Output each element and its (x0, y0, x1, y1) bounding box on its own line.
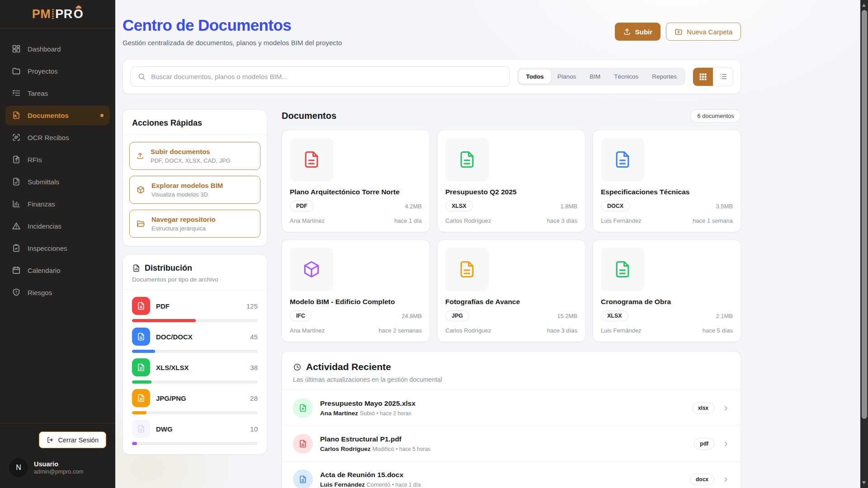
filter-tab-planos[interactable]: Planos (551, 70, 583, 84)
document-card[interactable]: Fotografías de Avance JPG 15.2MB Carlos … (437, 239, 585, 342)
activity-item[interactable]: Acta de Reunión 15.docx Luis Fernández C… (282, 461, 741, 488)
document-time: hace 5 días (703, 327, 733, 334)
document-time: hace 3 días (547, 327, 577, 334)
sidebar-item-rfis[interactable]: RFIs (5, 150, 110, 169)
quick-action-cube[interactable]: Explorar modelos BIM Visualiza modelos 3… (129, 176, 260, 204)
dashboard-icon (12, 44, 21, 54)
scrollbar-up-arrow[interactable] (862, 4, 866, 7)
recent-activity-card: Actividad Reciente Las últimas actualiza… (282, 351, 741, 488)
shield-alert-icon (12, 288, 21, 297)
folder-plus-icon (675, 28, 683, 36)
documents-count-badge: 6 documentos (690, 109, 741, 122)
file-type-icon (132, 358, 150, 376)
sidebar-item-documentos[interactable]: Documentos (5, 106, 110, 125)
filter-tab-todos[interactable]: Todos (519, 70, 551, 84)
search-toolbar: Todos Planos BIM Técnicos Reportes (123, 59, 741, 94)
document-size: 1.8MB (560, 203, 577, 210)
quick-action-upload[interactable]: Subir documentos PDF, DOCX, XLSX, CAD, J… (129, 142, 260, 170)
distribution-bar (132, 411, 258, 414)
document-card[interactable]: Modelo BIM - Edificio Completo IFC 24.8M… (282, 239, 430, 342)
quick-action-folder-open[interactable]: Navegar repositorio Estructura jerárquic… (129, 210, 260, 238)
activity-ext-pill: xlsx (692, 402, 714, 414)
view-toggle (693, 67, 733, 86)
document-author: Carlos Rodríguez (445, 327, 491, 334)
file-type-label: XLS/XLSX (156, 364, 189, 371)
activity-file-name: Acta de Reunión 15.docx (320, 471, 421, 479)
activity-meta: Luis Fernández Comentó • hace 1 día (320, 481, 421, 488)
avatar: N (9, 458, 28, 477)
logo-ruler (52, 9, 54, 19)
search-box[interactable] (130, 66, 510, 87)
window-scrollbar[interactable] (860, 0, 868, 488)
quick-actions-card: Acciones Rápidas Subir documentos PDF, D… (123, 109, 267, 246)
logout-button[interactable]: Cerrar Sesión (39, 432, 106, 448)
document-card[interactable]: Plano Arquitectónico Torre Norte PDF 4.2… (282, 130, 430, 232)
sidebar-item-tareas[interactable]: Tareas (5, 84, 110, 103)
distribution-bar (132, 319, 258, 322)
sidebar-item-calendario[interactable]: Calendario (5, 261, 110, 280)
document-size: 3.5MB (716, 203, 733, 210)
document-size: 15.2MB (557, 313, 577, 319)
document-thumbnail (290, 248, 333, 291)
document-card[interactable]: Presupuesto Q2 2025 XLSX 1.8MB Carlos Ro… (437, 130, 585, 232)
document-card[interactable]: Cronograma de Obra XLSX 2.1MB Luis Ferná… (593, 239, 741, 342)
file-check-icon (12, 177, 21, 187)
sidebar-item-ocr-recibos[interactable]: OCR Recibos (5, 128, 110, 147)
distribution-row-xls-xlsx: XLS/XLSX 38 (132, 358, 258, 384)
sidebar-item-inspecciones[interactable]: Inspecciones (5, 239, 110, 258)
sidebar-item-label: Submittals (28, 178, 59, 186)
quick-action-subtitle: Estructura jerárquica (151, 225, 216, 232)
distribution-bar (132, 380, 258, 384)
sidebar-item-submittals[interactable]: Submittals (5, 172, 110, 192)
quick-action-title: Subir documentos (151, 148, 231, 155)
clock-icon (293, 363, 302, 371)
file-icon (293, 469, 313, 488)
scrollbar-thumb[interactable] (862, 10, 867, 419)
sidebar-item-finanzas[interactable]: Finanzas (5, 194, 110, 214)
sidebar-item-dashboard[interactable]: Dashboard (5, 39, 110, 59)
user-name: Usuario (34, 460, 83, 468)
file-question-icon (12, 155, 21, 164)
document-size: 4.2MB (405, 203, 422, 210)
quick-action-title: Navegar repositorio (151, 216, 216, 223)
grid-view-button[interactable] (693, 68, 713, 86)
file-search-icon (12, 111, 21, 120)
document-card[interactable]: Especificaciones Técnicas DOCX 3.5MB Lui… (593, 130, 741, 232)
user-profile[interactable]: N Usuario admin@pmpro.com (0, 455, 115, 488)
list-view-button[interactable] (713, 68, 733, 86)
filter-tab-bim[interactable]: BIM (583, 70, 607, 84)
search-input[interactable] (151, 73, 503, 80)
sidebar-item-label: OCR Recibos (28, 134, 69, 141)
document-type-pill: XLSX (601, 310, 628, 321)
document-size: 24.8MB (401, 313, 422, 319)
distribution-title: Distribución (132, 263, 258, 273)
sidebar-item-label: RFIs (28, 156, 42, 164)
file-plus-icon (293, 398, 313, 418)
page-subtitle: Gestión centralizada de documentos, plan… (123, 39, 342, 47)
sidebar-item-proyectos[interactable]: Proyectos (5, 61, 110, 81)
document-thumbnail (290, 138, 333, 181)
sidebar-item-label: Documentos (28, 112, 69, 119)
activity-item[interactable]: Presupuesto Mayo 2025.xlsx Ana Martínez … (282, 390, 741, 426)
sidebar-item-incidencias[interactable]: Incidencias (5, 216, 110, 236)
document-author: Carlos Rodríguez (445, 217, 491, 224)
file-type-label: PDF (156, 302, 170, 310)
scrollbar-down-arrow[interactable] (862, 481, 866, 484)
upload-button[interactable]: Subir (615, 23, 660, 41)
file-icon (302, 150, 321, 169)
filter-tab-técnicos[interactable]: Técnicos (607, 70, 645, 84)
file-type-label: DOC/DOCX (156, 333, 193, 341)
sidebar-item-riesgos[interactable]: Riesgos (5, 283, 110, 302)
distribution-card: Distribución Documentos por tipo de arch… (123, 254, 267, 455)
new-folder-button[interactable]: Nueva Carpeta (666, 23, 741, 41)
document-name: Modelo BIM - Edificio Completo (290, 298, 422, 306)
main-content: Centro de Documentos Gestión centralizad… (115, 0, 860, 488)
document-size: 2.1MB (716, 313, 733, 319)
activity-item[interactable]: Plano Estructural P1.pdf Carlos Rodrígue… (282, 426, 741, 461)
file-icon (613, 259, 632, 279)
filter-tab-reportes[interactable]: Reportes (645, 70, 684, 84)
document-author: Luis Fernández (601, 327, 642, 334)
activity-file-name: Plano Estructural P1.pdf (320, 435, 430, 443)
document-author: Ana Martínez (290, 217, 325, 224)
sidebar-item-label: Tareas (28, 89, 48, 97)
